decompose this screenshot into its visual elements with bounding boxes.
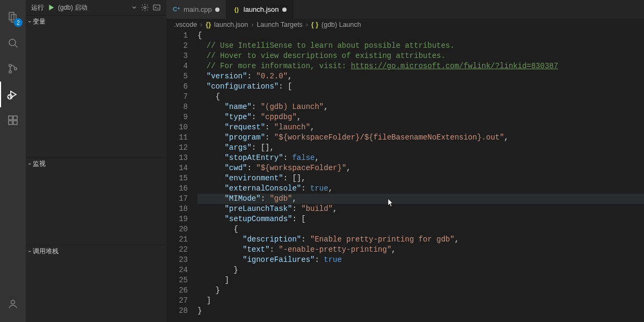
code-content[interactable]: { // Use IntelliSense to learn about pos… bbox=[197, 31, 644, 322]
variables-label: 变量 bbox=[33, 17, 46, 26]
breadcrumb-item[interactable]: (gdb) Launch bbox=[321, 21, 361, 28]
svg-rect-7 bbox=[13, 121, 17, 125]
svg-point-3 bbox=[14, 68, 17, 70]
svg-point-2 bbox=[9, 71, 11, 73]
run-config-dropdown[interactable]: (gdb) 启动 bbox=[58, 3, 128, 12]
dirty-indicator-icon bbox=[215, 8, 219, 12]
activity-search-icon[interactable] bbox=[0, 30, 26, 56]
tab-main-cpp[interactable]: C⁺ main.cpp bbox=[166, 0, 226, 19]
run-header: 运行 (gdb) 启动 bbox=[26, 0, 166, 15]
breadcrumb-array[interactable]: Launch Targets bbox=[257, 21, 302, 28]
explorer-badge: 2 bbox=[14, 18, 23, 27]
breadcrumb-folder[interactable]: .vscode bbox=[174, 21, 197, 28]
run-label: 运行 bbox=[31, 3, 44, 12]
chevron-down-icon: › bbox=[27, 20, 33, 22]
chevron-down-icon[interactable] bbox=[131, 4, 137, 11]
svg-point-1 bbox=[9, 64, 11, 67]
editor-area: C⁺ main.cpp {} launch.json .vscode › {} … bbox=[166, 0, 644, 322]
code-editor[interactable]: 1234567891011121314151617181920212223242… bbox=[166, 31, 644, 322]
chevron-down-icon: › bbox=[27, 250, 33, 252]
debug-console-icon[interactable] bbox=[152, 3, 161, 12]
activity-extensions-icon[interactable] bbox=[0, 107, 26, 133]
breadcrumbs[interactable]: .vscode › {} launch.json › Launch Target… bbox=[166, 19, 644, 31]
svg-point-0 bbox=[9, 39, 16, 46]
json-file-icon: {} bbox=[233, 6, 240, 13]
line-gutter: 1234567891011121314151617181920212223242… bbox=[166, 31, 197, 322]
tab-label: launch.json bbox=[244, 5, 279, 13]
activity-explorer-icon[interactable]: 2 bbox=[0, 4, 26, 30]
breadcrumb-sep: › bbox=[251, 21, 253, 28]
run-play-icon[interactable] bbox=[47, 4, 55, 11]
svg-rect-5 bbox=[9, 116, 12, 120]
json-file-icon: {} bbox=[206, 21, 211, 28]
svg-point-10 bbox=[144, 6, 146, 9]
tab-launch-json[interactable]: {} launch.json bbox=[226, 0, 294, 19]
run-config-name: (gdb) 启动 bbox=[58, 3, 87, 12]
svg-rect-11 bbox=[153, 5, 160, 10]
cpp-file-icon: C⁺ bbox=[173, 6, 180, 13]
dirty-indicator-icon bbox=[282, 8, 287, 12]
chevron-down-icon: › bbox=[27, 163, 33, 164]
svg-rect-6 bbox=[9, 121, 12, 125]
breadcrumb-file[interactable]: launch.json bbox=[214, 21, 248, 28]
activity-account-icon[interactable] bbox=[0, 291, 26, 317]
json-object-icon: { } bbox=[311, 21, 318, 28]
tab-label: main.cpp bbox=[184, 5, 212, 13]
svg-point-9 bbox=[11, 301, 15, 304]
debug-sidebar: 运行 (gdb) 启动 › 变量 › 监视 › 调用 bbox=[26, 0, 166, 322]
activity-debug-icon[interactable] bbox=[0, 82, 26, 107]
watch-label: 监视 bbox=[33, 159, 46, 169]
callstack-section-header[interactable]: › 调用堆栈 bbox=[26, 245, 166, 257]
watch-section-header[interactable]: › 监视 bbox=[26, 158, 166, 170]
svg-rect-8 bbox=[13, 116, 17, 120]
activity-bar: 2 bbox=[0, 0, 26, 322]
gear-icon[interactable] bbox=[141, 3, 149, 12]
callstack-label: 调用堆栈 bbox=[33, 247, 58, 256]
activity-scm-icon[interactable] bbox=[0, 56, 26, 82]
variables-section-header[interactable]: › 变量 bbox=[26, 16, 166, 27]
breadcrumb-sep: › bbox=[306, 21, 308, 28]
breadcrumb-sep: › bbox=[200, 21, 202, 28]
editor-tabs: C⁺ main.cpp {} launch.json bbox=[166, 0, 644, 19]
